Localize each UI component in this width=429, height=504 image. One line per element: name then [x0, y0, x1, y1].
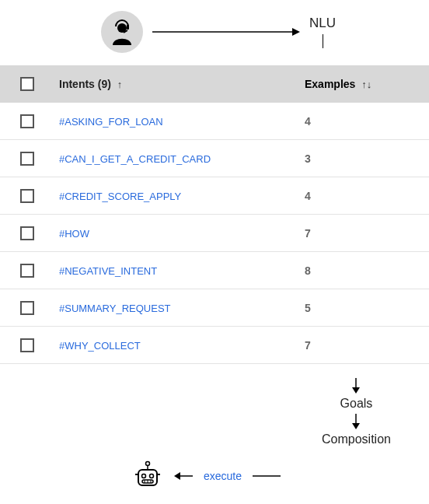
row-checkbox[interactable]	[20, 264, 34, 278]
intent-link[interactable]: #CREDIT_SCORE_APPLY	[59, 191, 181, 202]
examples-count: 7	[305, 339, 421, 352]
intent-link[interactable]: #NEGATIVE_INTENT	[59, 265, 157, 277]
line-down-icon	[323, 34, 323, 48]
table-row: #CAN_I_GET_A_CREDIT_CARD3	[0, 140, 429, 177]
nlu-block: NLU	[309, 16, 336, 48]
arrow-right-icon	[152, 27, 300, 37]
sort-both-icon: ↑↓	[361, 79, 371, 90]
intent-link[interactable]: #WHY_COLLECT	[59, 340, 141, 352]
intents-header-text: Intents (9)	[59, 78, 111, 90]
row-checkbox[interactable]	[20, 301, 34, 315]
row-checkbox[interactable]	[20, 189, 34, 203]
row-checkbox[interactable]	[20, 152, 34, 166]
svg-marker-4	[292, 28, 300, 36]
table-row: #WHY_COLLECT7	[0, 327, 429, 364]
table-row: #ASKING_FOR_LOAN4	[0, 103, 429, 140]
agent-icon	[101, 11, 143, 53]
examples-header[interactable]: Examples ↑↓	[305, 78, 421, 90]
intent-link[interactable]: #SUMMARY_REQUEST	[59, 303, 171, 314]
intents-table: Intents (9) ↑ Examples ↑↓ #ASKING_FOR_LO…	[0, 65, 429, 364]
intents-header[interactable]: Intents (9) ↑	[47, 78, 305, 90]
examples-header-text: Examples	[305, 78, 355, 90]
svg-rect-1	[127, 25, 129, 30]
examples-count: 4	[305, 190, 421, 202]
table-header: Intents (9) ↑ Examples ↑↓	[0, 65, 429, 103]
intent-link[interactable]: #ASKING_FOR_LOAN	[59, 116, 163, 128]
intent-link[interactable]: #CAN_I_GET_A_CREDIT_CARD	[59, 153, 211, 165]
table-row: #HOW7	[0, 215, 429, 252]
row-checkbox[interactable]	[20, 114, 34, 128]
nlu-label: NLU	[309, 16, 336, 31]
row-checkbox[interactable]	[20, 338, 34, 352]
examples-count: 5	[305, 302, 421, 314]
select-all-checkbox[interactable]	[20, 77, 34, 91]
sort-asc-icon: ↑	[117, 79, 123, 90]
row-checkbox[interactable]	[20, 226, 34, 240]
top-flow: NLU	[0, 0, 429, 59]
examples-count: 3	[305, 152, 421, 165]
examples-count: 7	[305, 227, 421, 240]
examples-count: 4	[305, 115, 421, 128]
table-row: #SUMMARY_REQUEST5	[0, 289, 429, 327]
intent-link[interactable]: #HOW	[59, 228, 89, 240]
table-row: #CREDIT_SCORE_APPLY4	[0, 177, 429, 215]
examples-count: 8	[305, 264, 421, 277]
table-row: #NEGATIVE_INTENT8	[0, 252, 429, 289]
